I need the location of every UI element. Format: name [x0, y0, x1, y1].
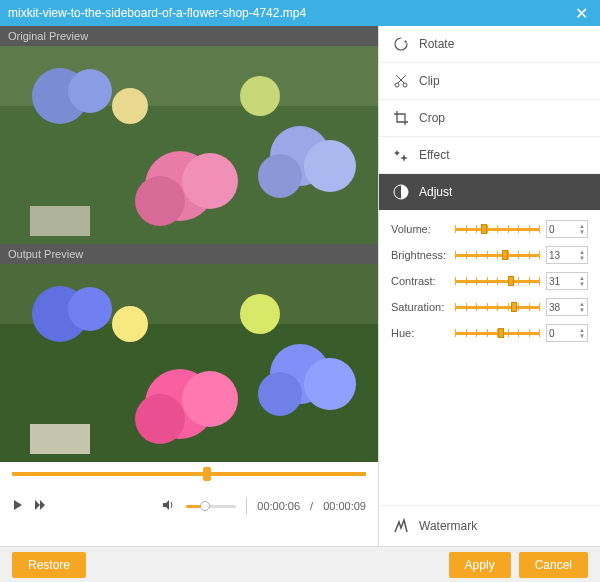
adjust-volume-row: Volume: 0▲▼ [391, 220, 588, 238]
time-duration: 00:00:09 [323, 500, 366, 512]
tool-rotate[interactable]: Rotate [379, 26, 600, 63]
restore-button[interactable]: Restore [12, 552, 86, 578]
stepper-icon[interactable]: ▲▼ [579, 249, 585, 261]
svg-point-25 [240, 294, 280, 334]
svg-point-8 [304, 140, 356, 192]
play-icon[interactable] [12, 499, 24, 513]
titlebar: mixkit-view-to-the-sideboard-of-a-flower… [0, 0, 600, 26]
tool-adjust-label: Adjust [419, 185, 452, 199]
original-preview-label: Original Preview [0, 26, 378, 46]
timeline-thumb[interactable] [203, 467, 211, 481]
brightness-label: Brightness: [391, 249, 449, 261]
hue-slider[interactable] [455, 326, 540, 340]
close-icon[interactable]: ✕ [571, 4, 592, 23]
apply-button[interactable]: Apply [449, 552, 511, 578]
tool-crop[interactable]: Crop [379, 100, 600, 137]
svg-point-18 [182, 371, 238, 427]
adjust-contrast-row: Contrast: 31▲▼ [391, 272, 588, 290]
saturation-label: Saturation: [391, 301, 449, 313]
svg-point-5 [182, 153, 238, 209]
svg-point-22 [258, 372, 302, 416]
crop-icon [393, 110, 409, 126]
stepper-icon[interactable]: ▲▼ [579, 301, 585, 313]
adjust-hue-row: Hue: 0▲▼ [391, 324, 588, 342]
tool-watermark-label: Watermark [419, 519, 477, 533]
contrast-slider[interactable] [455, 274, 540, 288]
window-title: mixkit-view-to-the-sideboard-of-a-flower… [8, 6, 571, 20]
svg-point-24 [112, 306, 148, 342]
adjust-saturation-row: Saturation: 38▲▼ [391, 298, 588, 316]
tool-crop-label: Crop [419, 111, 445, 125]
adjust-brightness-row: Brightness: 13▲▼ [391, 246, 588, 264]
stepper-icon[interactable]: ▲▼ [579, 327, 585, 339]
effect-icon [393, 147, 409, 163]
svg-rect-23 [30, 424, 90, 454]
svg-point-28 [403, 83, 407, 87]
svg-point-6 [135, 176, 185, 226]
saturation-slider[interactable] [455, 300, 540, 314]
volume-icon[interactable] [162, 499, 176, 513]
svg-point-9 [258, 154, 302, 198]
playback-controls: 00:00:06 / 00:00:09 [0, 486, 378, 526]
tool-adjust[interactable]: Adjust [379, 174, 600, 210]
svg-point-27 [395, 83, 399, 87]
watermark-icon [393, 518, 409, 534]
time-current: 00:00:06 [257, 500, 300, 512]
svg-point-12 [240, 76, 280, 116]
contrast-label: Contrast: [391, 275, 449, 287]
timeline[interactable] [0, 462, 378, 486]
svg-point-19 [135, 394, 185, 444]
tool-clip-label: Clip [419, 74, 440, 88]
svg-point-26 [395, 38, 407, 50]
cancel-button[interactable]: Cancel [519, 552, 588, 578]
tool-effect[interactable]: Effect [379, 137, 600, 174]
tool-rotate-label: Rotate [419, 37, 454, 51]
volume-slider[interactable] [186, 505, 236, 508]
adjust-panel: Volume: 0▲▼ Brightness: 13▲▼ Contrast: 3… [379, 210, 600, 352]
hue-label: Hue: [391, 327, 449, 339]
adjust-icon [393, 184, 409, 200]
time-sep: / [310, 500, 313, 512]
svg-point-16 [68, 287, 112, 331]
saturation-input[interactable]: 38▲▼ [546, 298, 588, 316]
original-preview [0, 46, 378, 244]
output-preview [0, 264, 378, 462]
svg-rect-10 [30, 206, 90, 236]
stepper-icon[interactable]: ▲▼ [579, 223, 585, 235]
footer: Restore Apply Cancel [0, 546, 600, 582]
hue-input[interactable]: 0▲▼ [546, 324, 588, 342]
volume-input[interactable]: 0▲▼ [546, 220, 588, 238]
tool-clip[interactable]: Clip [379, 63, 600, 100]
tool-effect-label: Effect [419, 148, 449, 162]
brightness-input[interactable]: 13▲▼ [546, 246, 588, 264]
volume-slider[interactable] [455, 222, 540, 236]
clip-icon [393, 73, 409, 89]
tools-panel: Rotate Clip Crop Effect Adjust Volume: 0… [378, 26, 600, 546]
svg-point-21 [304, 358, 356, 410]
stepper-icon[interactable]: ▲▼ [579, 275, 585, 287]
preview-panel: Original Preview Output Preview [0, 26, 378, 546]
volume-label: Volume: [391, 223, 449, 235]
svg-point-11 [112, 88, 148, 124]
output-preview-label: Output Preview [0, 244, 378, 264]
contrast-input[interactable]: 31▲▼ [546, 272, 588, 290]
next-frame-icon[interactable] [34, 499, 46, 513]
brightness-slider[interactable] [455, 248, 540, 262]
tool-watermark[interactable]: Watermark [379, 505, 600, 546]
divider [246, 498, 247, 514]
rotate-icon [393, 36, 409, 52]
svg-point-3 [68, 69, 112, 113]
